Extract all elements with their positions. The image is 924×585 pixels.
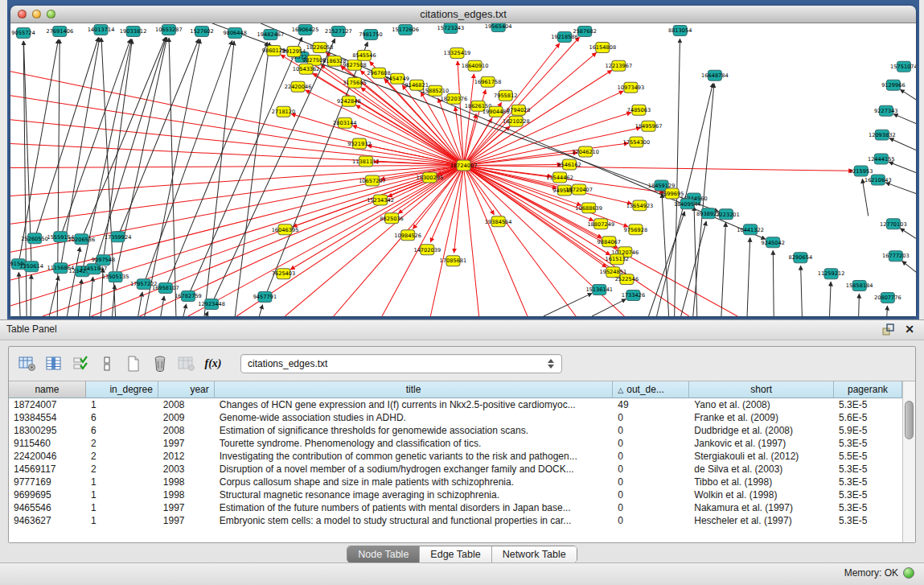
table-cell[interactable]: 0 <box>613 424 689 437</box>
graph-node[interactable]: 9884067 <box>598 237 621 247</box>
table-cell[interactable]: 2 <box>86 437 158 450</box>
table-cell[interactable]: Estimation of significance thresholds fo… <box>215 424 614 437</box>
table-cell[interactable]: 14569117 <box>9 463 86 476</box>
table-row[interactable]: 946362711997Embryonic stem cells: a mode… <box>9 514 902 527</box>
graph-node[interactable]: 25260550 <box>21 233 48 244</box>
table-cell[interactable]: 1 <box>86 501 158 514</box>
network-canvas[interactable]: 9055724276914061401371419033812106532871… <box>10 23 916 316</box>
column-header-short[interactable]: short <box>689 381 834 398</box>
network-graph[interactable]: 9055724276914061401371419033812106532871… <box>10 23 916 316</box>
table-row[interactable]: 1830029562008Estimation of significance … <box>9 424 902 437</box>
graph-node[interactable]: 15172606 <box>392 24 419 35</box>
table-cell[interactable]: Tourette syndrome. Phenomenology and cla… <box>215 437 614 450</box>
graph-node[interactable]: 13654923 <box>626 200 654 211</box>
graph-node[interactable]: 8545546 <box>352 50 376 60</box>
row-height-icon[interactable] <box>97 353 117 374</box>
graph-node[interactable]: 18640910 <box>462 60 489 71</box>
selection-mode-icon[interactable] <box>70 353 91 374</box>
graph-node[interactable]: 16210228 <box>503 116 530 126</box>
delete-column-icon[interactable] <box>150 353 170 374</box>
table-cell[interactable]: 0 <box>613 450 689 463</box>
graph-node[interactable]: 15751074 <box>890 61 916 72</box>
column-header-in-degree[interactable]: in_degree <box>86 381 158 398</box>
graph-node[interactable]: 10688639 <box>575 203 602 213</box>
table-cell[interactable]: 0 <box>613 411 689 424</box>
table-cell[interactable]: 9463627 <box>9 514 86 527</box>
graph-node[interactable]: 8290654 <box>789 253 812 263</box>
graph-node[interactable]: 10543362 <box>293 64 320 74</box>
graph-node[interactable]: 18807249 <box>587 219 614 229</box>
graph-node[interactable]: 1527602 <box>190 26 213 36</box>
graph-node[interactable]: 16961758 <box>474 76 502 87</box>
table-row[interactable]: 911546021997Tourette syndrome. Phenomeno… <box>9 437 902 450</box>
table-cell[interactable]: 5.3E-5 <box>834 437 902 450</box>
table-cell[interactable]: 9777169 <box>9 476 86 488</box>
graph-node[interactable]: 2718120 <box>272 106 295 117</box>
table-cell[interactable]: 6 <box>86 424 158 437</box>
table-cell[interactable]: 22420046 <box>9 450 86 463</box>
graph-node[interactable]: 1350614 <box>19 262 43 272</box>
table-cell[interactable]: 2008 <box>158 424 215 437</box>
table-cell[interactable]: Hescheler et al. (1997) <box>689 514 834 527</box>
table-mode-icon[interactable] <box>17 353 38 374</box>
table-cell[interactable]: 2 <box>86 450 158 463</box>
graph-node[interactable]: 13505135 <box>102 272 129 282</box>
graph-node[interactable]: 9242848 <box>337 96 360 106</box>
graph-node[interactable]: 15234342 <box>367 195 394 205</box>
graph-node[interactable]: 10441322 <box>737 225 764 235</box>
graph-node[interactable]: 13325419 <box>444 47 471 58</box>
graph-node[interactable]: 9457791 <box>253 292 277 303</box>
graph-node[interactable]: 17359924 <box>105 232 132 242</box>
table-cell[interactable]: 18724007 <box>9 398 86 411</box>
table-cell[interactable]: 49 <box>613 398 689 411</box>
table-row[interactable]: 1872400712008Changes of HCN gene express… <box>9 398 902 411</box>
table-row[interactable]: 1456911722003Disruption of a novel membe… <box>9 463 902 476</box>
graph-node[interactable]: 14013714 <box>88 24 115 35</box>
column-header-title[interactable]: title <box>215 381 614 398</box>
graph-node[interactable]: 8813054 <box>668 25 692 35</box>
graph-node[interactable]: 11381111 <box>352 156 380 167</box>
graph-node[interactable]: 16782759 <box>175 291 202 302</box>
table-cell[interactable]: 9465546 <box>9 501 86 514</box>
graph-node[interactable]: 7955812 <box>494 90 517 101</box>
graph-node[interactable]: 11259212 <box>818 269 845 279</box>
graph-node[interactable]: 12093832 <box>869 130 896 140</box>
tab-edge-table[interactable]: Edge Table <box>420 546 491 562</box>
table-cell[interactable]: Yano et al. (2008) <box>689 398 834 411</box>
graph-node[interactable]: 11544462 <box>546 172 573 183</box>
graph-node[interactable]: 16906425 <box>292 24 319 35</box>
table-selector-dropdown[interactable]: citations_edges.txt <box>240 354 562 373</box>
graph-node[interactable]: 20807776 <box>874 293 901 303</box>
graph-node[interactable]: 9806448 <box>223 27 246 38</box>
table-cell[interactable]: 18300295 <box>9 424 86 437</box>
graph-node[interactable]: 14702039 <box>413 245 441 255</box>
table-cell[interactable]: 1 <box>86 398 158 411</box>
table-cell[interactable]: Corpus callosum shape and size in male p… <box>215 476 614 488</box>
table-cell[interactable]: de Silva et al. (2003) <box>689 463 834 476</box>
table-cell[interactable]: 1997 <box>158 514 215 527</box>
graph-node[interactable]: 2522546 <box>615 274 639 285</box>
tab-node-table[interactable]: Node Table <box>347 546 420 562</box>
graph-node[interactable]: 10653287 <box>155 24 183 35</box>
graph-node[interactable]: 22046210 <box>572 146 599 157</box>
table-cell[interactable]: Jankovic et al. (1997) <box>689 437 834 450</box>
graph-node[interactable]: 19904486 <box>483 106 510 117</box>
graph-node[interactable]: 12213967 <box>606 60 633 71</box>
delete-table-icon[interactable] <box>176 353 197 374</box>
table-cell[interactable]: 1998 <box>158 476 215 488</box>
table-cell[interactable]: 0 <box>613 488 689 501</box>
column-header-out-de-[interactable]: △out_de... <box>613 381 689 398</box>
graph-node[interactable]: 9756928 <box>624 225 647 235</box>
graph-node[interactable]: 27691406 <box>46 26 73 36</box>
graph-node[interactable]: 22420046 <box>285 81 312 92</box>
graph-node[interactable]: 18409544 <box>674 199 701 209</box>
graph-node[interactable]: 12923448 <box>198 299 225 310</box>
graph-node[interactable]: 1733426 <box>622 290 645 301</box>
graph-node[interactable]: 18220376 <box>441 93 468 104</box>
network-window-titlebar[interactable]: citations_edges.txt <box>10 6 916 23</box>
table-cell[interactable]: 5.3E-5 <box>834 488 902 501</box>
table-cell[interactable]: Nakamura et al. (1997) <box>689 501 834 514</box>
graph-node[interactable]: 16154808 <box>589 42 616 52</box>
graph-node[interactable]: 9321932 <box>347 138 371 149</box>
table-row[interactable]: 977716911998Corpus callosum shape and si… <box>9 476 902 488</box>
